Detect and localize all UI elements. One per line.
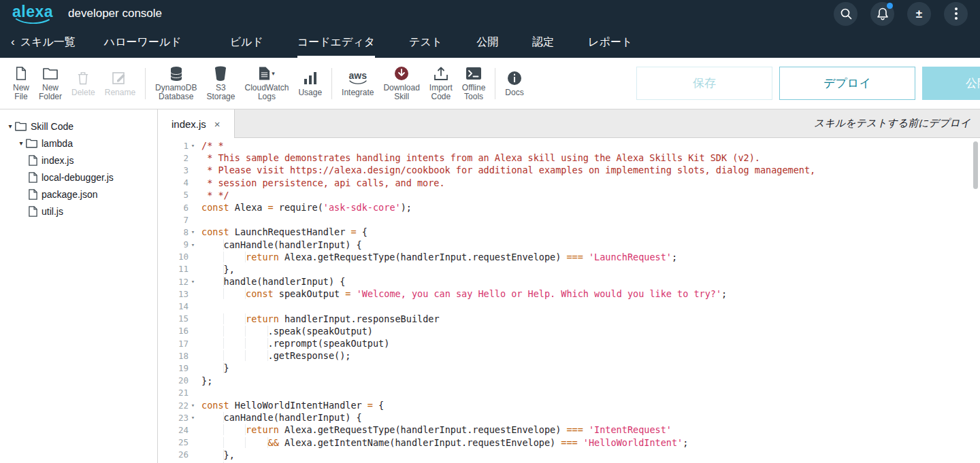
tree-item-index-js[interactable]: index.js	[0, 152, 157, 169]
code-line[interactable]: return Alexa.getRequestType(handlerInput…	[201, 424, 980, 436]
code-line[interactable]	[201, 213, 980, 226]
delete-button[interactable]: Delete	[71, 70, 95, 97]
deploy-button[interactable]: デプロイ	[779, 67, 915, 100]
import-code-button[interactable]: Import Code	[429, 65, 453, 101]
code-line[interactable]: .speak(speakOutput)	[201, 325, 980, 337]
chevron-left-icon: ‹	[11, 36, 15, 48]
tree-item-package-json[interactable]: package.json	[0, 186, 157, 203]
code-line[interactable]: canHandle(handlerInput) {	[201, 239, 980, 251]
code-line[interactable]: /* *	[201, 139, 980, 152]
code-line[interactable]: }	[201, 362, 980, 374]
toolbar-item-label: Usage	[298, 88, 322, 97]
back-to-skill-list[interactable]: ‹ スキル一覧	[11, 27, 76, 58]
code-line[interactable]: * */	[201, 189, 980, 201]
file-icon	[29, 206, 37, 217]
chevron-down-icon[interactable]: ▾	[272, 70, 275, 77]
tree-item-lambda[interactable]: ▾ lambda	[0, 135, 157, 152]
publish-button[interactable]: 公開	[922, 67, 980, 100]
disclosure-triangle-icon[interactable]: ▾	[5, 122, 15, 130]
tree-item-skill-code[interactable]: ▾ Skill Code	[0, 118, 157, 135]
fold-caret-icon[interactable]: ▾	[189, 142, 197, 149]
editor-scrollbar[interactable]	[973, 141, 978, 189]
editor-code[interactable]: /* * * This sample demonstrates handling…	[197, 138, 980, 463]
tree-item-local-debugger-js[interactable]: local-debugger.js	[0, 169, 157, 186]
gutter-line: 7	[158, 213, 197, 226]
toolbar-item-label: S3 Storage	[206, 84, 235, 101]
code-line[interactable]: * Please visit https://alexa.design/cook…	[201, 164, 980, 176]
code-line[interactable]: * session persistence, api calls, and mo…	[201, 177, 980, 189]
rename-pencil-icon	[112, 71, 127, 86]
code-line[interactable]: handle(handlerInput) {	[201, 275, 980, 288]
notifications-icon[interactable]	[870, 2, 894, 26]
code-line[interactable]: },	[201, 263, 980, 275]
code-line[interactable]: const Alexa = require('ask-sdk-core');	[201, 201, 980, 213]
fold-caret-icon[interactable]: ▾	[189, 278, 197, 285]
save-button[interactable]: 保存	[636, 67, 772, 100]
code-line[interactable]: * This sample demonstrates handling inte…	[201, 152, 980, 164]
cloudwatch-logs-button[interactable]: ▾ CloudWatch Logs	[244, 65, 289, 101]
code-line[interactable]: const speakOutput = 'Welcome, you can sa…	[201, 288, 980, 300]
gutter-line: 19	[158, 362, 197, 374]
gutter-line: 15	[158, 313, 197, 325]
tab-build[interactable]: ビルド	[230, 27, 263, 58]
usage-button[interactable]: Usage	[298, 70, 322, 97]
code-line[interactable]: .reprompt(speakOutput)	[201, 337, 980, 349]
code-line[interactable]: && Alexa.getIntentName(handlerInput.requ…	[201, 436, 980, 449]
editor-toolbar: New File New Folder Delete Rename Dynamo…	[0, 58, 980, 109]
disclosure-triangle-icon[interactable]: ▾	[16, 139, 26, 147]
code-line[interactable]: };	[201, 375, 980, 387]
editor-panel: index.js × スキルをテストする前にデプロイ 1▾2345678▾9▾1…	[158, 109, 980, 463]
database-icon	[169, 66, 183, 82]
gutter-line: 25	[158, 436, 197, 449]
fold-caret-icon[interactable]: ▾	[189, 414, 197, 421]
docs-button[interactable]: Docs	[505, 70, 523, 97]
new-file-button[interactable]: New File	[13, 65, 29, 101]
code-line[interactable]: const HelloWorldIntentHandler = {	[201, 399, 980, 411]
gutter-line: 9▾	[158, 239, 197, 251]
fold-caret-icon[interactable]: ▾	[189, 241, 197, 248]
alexa-logo[interactable]: alexa	[12, 4, 53, 24]
gutter-line: 17	[158, 337, 197, 349]
gutter-line: 12▾	[158, 275, 197, 288]
dynamodb-button[interactable]: DynamoDB Database	[155, 65, 197, 101]
toolbar-item-label: Offline Tools	[462, 84, 485, 101]
code-line[interactable]: const LaunchRequestHandler = {	[201, 226, 980, 238]
logs-document-icon	[259, 66, 270, 81]
tab-test[interactable]: テスト	[409, 27, 442, 58]
terminal-icon	[466, 67, 482, 80]
offline-tools-button[interactable]: Offline Tools	[462, 65, 485, 101]
code-line[interactable]: return Alexa.getRequestType(handlerInput…	[201, 251, 980, 263]
fold-caret-icon[interactable]: ▾	[189, 402, 197, 409]
new-folder-button[interactable]: New Folder	[39, 65, 62, 101]
folder-icon	[26, 138, 37, 148]
search-icon[interactable]	[834, 2, 858, 26]
code-line[interactable]: .getResponse();	[201, 349, 980, 362]
rename-button[interactable]: Rename	[105, 70, 135, 97]
code-line[interactable]: return handlerInput.responseBuilder	[201, 313, 980, 325]
tab-distribution[interactable]: 公開	[476, 27, 498, 58]
overflow-menu-icon[interactable]	[944, 2, 968, 26]
tree-item-util-js[interactable]: util.js	[0, 203, 157, 220]
tree-item-label: local-debugger.js	[42, 172, 114, 183]
tab-code-editor[interactable]: コードエディタ	[297, 27, 375, 58]
tab-analytics[interactable]: レポート	[588, 27, 632, 58]
code-line[interactable]	[201, 387, 980, 399]
tab-index-js[interactable]: index.js ×	[158, 109, 235, 138]
close-icon[interactable]: ×	[214, 118, 220, 130]
tab-certification[interactable]: 認定	[532, 27, 554, 58]
code-editor[interactable]: 1▾2345678▾9▾101112▾13141516171819202122▾…	[158, 138, 980, 463]
alexa-logo-text: alexa	[12, 4, 53, 20]
s3-storage-button[interactable]: S3 Storage	[206, 65, 235, 101]
gutter-line: 11	[158, 263, 197, 275]
integrate-button[interactable]: aws Integrate	[342, 70, 374, 97]
fold-caret-icon[interactable]: ▾	[189, 228, 197, 235]
toolbar-item-label: DynamoDB Database	[155, 84, 197, 101]
shortcuts-icon[interactable]: ±	[907, 2, 931, 26]
skill-name[interactable]: ハローワールド	[104, 27, 182, 58]
download-skill-button[interactable]: Download Skill	[383, 65, 419, 101]
code-line[interactable]: canHandle(handlerInput) {	[201, 411, 980, 424]
gutter-line: 13	[158, 288, 197, 300]
bucket-icon	[214, 66, 227, 82]
code-line[interactable]	[201, 300, 980, 312]
code-line[interactable]: },	[201, 449, 980, 461]
